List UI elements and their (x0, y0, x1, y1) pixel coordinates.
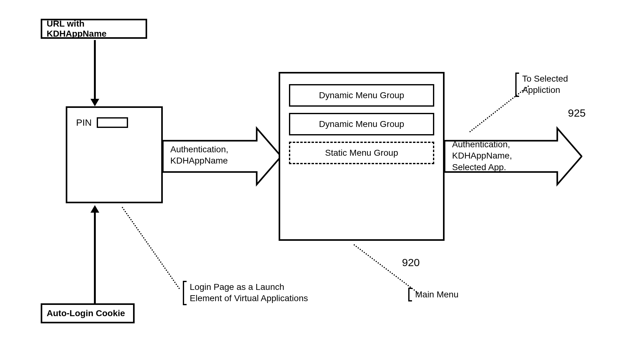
dotted-login (121, 207, 180, 289)
pin-row: PIN (76, 117, 128, 128)
login-l2: Element of Virtual Applications (190, 293, 308, 304)
bracket-mainmenu (408, 288, 412, 301)
tosel-l1: To Selected (522, 73, 568, 84)
ref-920: 920 (402, 256, 420, 269)
arrow1-label: Authentication, KDHAppName (170, 144, 252, 167)
bracket-tosel (515, 73, 519, 97)
cookie-text: Auto-Login Cookie (47, 308, 125, 318)
arrow-url-to-pin-line (94, 40, 96, 99)
arrow2-l1: Authentication, (452, 139, 546, 150)
tosel-l2: Appliction (522, 84, 568, 96)
menu-item-3: Static Menu Group (289, 142, 434, 164)
arrow-cookie-to-pin-head (90, 205, 99, 213)
arrow-url-to-pin-head (90, 99, 99, 106)
arrow1-l2: KDHAppName (170, 155, 252, 166)
main-menu-box: Dynamic Menu Group Dynamic Menu Group St… (279, 72, 445, 241)
tosel-annotation: To Selected Appliction (522, 73, 568, 96)
cookie-box: Auto-Login Cookie (41, 303, 135, 323)
bracket-login (183, 281, 187, 305)
mainmenu-annotation: Main Menu (415, 289, 459, 300)
arrow2-l2: KDHAppName, (452, 150, 546, 161)
arrow1-l1: Authentication, (170, 144, 252, 155)
url-text: URL with KDHAppName (47, 19, 141, 39)
url-box: URL with KDHAppName (41, 19, 147, 39)
login-annotation: Login Page as a Launch Element of Virtua… (190, 281, 308, 304)
arrow-cookie-to-pin-line (94, 213, 96, 303)
menu-item-1: Dynamic Menu Group (289, 84, 434, 107)
mainmenu-text: Main Menu (415, 290, 459, 299)
ref-925: 925 (568, 107, 586, 119)
arrow2-label: Authentication, KDHAppName, Selected App… (452, 139, 546, 173)
arrow2-l3: Selected App. (452, 162, 546, 173)
menu-item-2: Dynamic Menu Group (289, 113, 434, 135)
login-l1: Login Page as a Launch (190, 281, 308, 293)
pin-box: PIN (66, 106, 163, 203)
pin-input-rect (97, 117, 128, 128)
pin-label: PIN (76, 117, 92, 128)
dotted-mainmenu (353, 244, 419, 294)
